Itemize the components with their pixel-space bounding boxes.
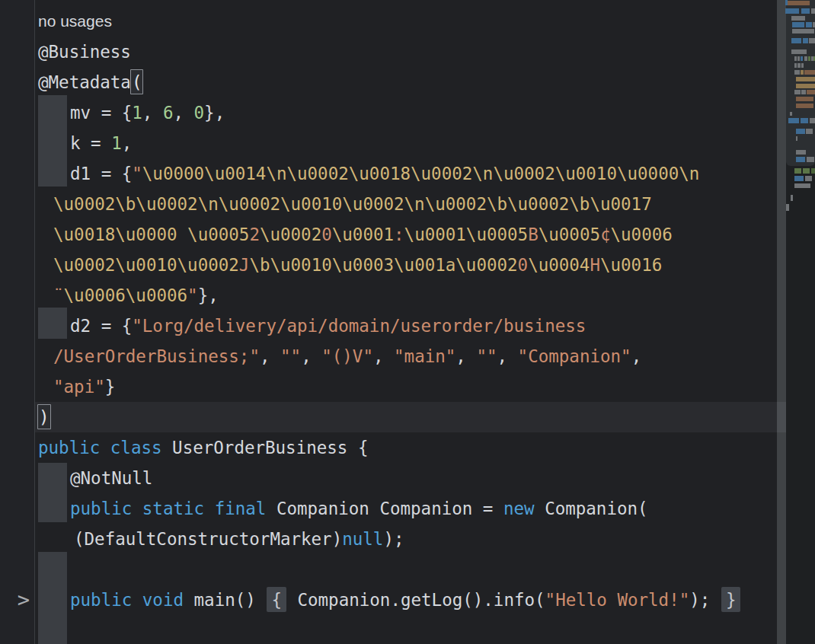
minimap-code-block <box>791 49 807 54</box>
code-line[interactable]: public void main() { Companion.getLog().… <box>35 585 786 615</box>
code-token: 2 <box>249 225 260 244</box>
code-token: ); <box>689 590 721 610</box>
code-line[interactable]: mv = {1, 6, 0}, <box>35 97 786 128</box>
minimap-code-block <box>807 90 815 94</box>
minimap-code-block <box>806 22 812 27</box>
code-token: \u0016 <box>600 255 662 275</box>
code-token: J <box>239 255 250 275</box>
fold-chevron-icon[interactable]: > <box>14 586 33 614</box>
code-token: , <box>373 346 394 366</box>
code-line[interactable]: @Business <box>35 37 786 67</box>
fold-placeholder[interactable]: } <box>721 587 741 612</box>
caret-line[interactable]: ) <box>35 402 786 432</box>
minimap-code-block <box>788 118 799 123</box>
code-line[interactable]: public class UserOrderBusiness { <box>35 432 786 463</box>
code-token: class <box>110 438 162 457</box>
code-token: final <box>215 499 267 518</box>
code-line[interactable]: \u0018\u0000 \u00052\u00020\u0001:\u0001… <box>35 219 786 250</box>
fold-placeholder[interactable]: { <box>267 587 286 612</box>
code-line[interactable]: \u0002\u0010\u0002J\b\u0010\u0003\u001a\… <box>35 250 786 280</box>
minimap-code-block <box>785 8 799 14</box>
minimap-code-block <box>808 56 810 61</box>
minimap-code-block <box>806 129 813 134</box>
code-token: : <box>394 225 404 244</box>
minimap[interactable] <box>786 0 815 644</box>
code-token: "Hello World!" <box>545 590 690 610</box>
minimap-code-block <box>811 168 815 174</box>
code-token: mv = { <box>70 103 132 123</box>
minimap-code-block <box>810 118 815 123</box>
code-editor[interactable]: no usages@Business@Metadata(mv = {1, 6, … <box>35 0 786 644</box>
code-token: 0 <box>321 225 332 244</box>
minimap-code-block <box>788 1 810 5</box>
code-token: ¨ <box>53 285 64 305</box>
code-token: \u0005 <box>187 225 249 244</box>
minimap-code-block <box>792 22 804 27</box>
editor-gutter: > <box>0 0 35 644</box>
code-token: /UserOrderBusiness;" <box>53 346 260 366</box>
code-token: \u0006 <box>611 225 673 244</box>
code-token: k = <box>70 133 111 153</box>
code-token: \u0000\u0014\n\u0002\u0018\u0002\n\u0002… <box>142 164 700 183</box>
code-line[interactable]: @NotNull <box>35 463 786 493</box>
code-token: , <box>122 133 133 153</box>
code-token: UserOrderBusiness { <box>162 438 369 457</box>
minimap-code-block <box>794 176 804 181</box>
minimap-code-block <box>797 56 800 61</box>
minimap-code-block <box>794 90 801 94</box>
code-line[interactable]: k = 1, <box>35 128 786 158</box>
code-token: 6 <box>163 103 174 123</box>
code-token: public <box>70 499 132 518</box>
minimap-code-block <box>794 168 801 174</box>
code-token: (DefaultConstructorMarker) <box>74 529 342 549</box>
code-line[interactable] <box>35 554 786 585</box>
code-token: , <box>631 346 642 366</box>
code-token: B <box>528 225 539 244</box>
code-token: Companion.getLog().info( <box>287 590 545 610</box>
code-token: \u0002\u0010\u0002 <box>53 255 239 275</box>
code-line[interactable]: d1 = {"\u0000\u0014\n\u0002\u0018\u0002\… <box>35 158 786 189</box>
code-token <box>177 225 188 244</box>
minimap-code-block <box>801 56 803 61</box>
code-token: ¢ <box>600 225 611 244</box>
minimap-code-block <box>811 8 815 14</box>
code-token: \u0004 <box>528 255 590 275</box>
code-line[interactable]: (DefaultConstructorMarker)null); <box>35 524 786 554</box>
code-token: "Companion" <box>518 346 631 366</box>
code-token: void <box>142 590 184 610</box>
minimap-code-block <box>796 84 815 88</box>
code-line[interactable]: ¨\u0006\u0006"}, <box>35 280 786 311</box>
code-line[interactable]: @Metadata( <box>35 67 786 97</box>
code-token: main() <box>184 590 266 610</box>
code-line[interactable]: public static final Companion Companion … <box>35 493 786 524</box>
code-token: 0 <box>194 103 205 123</box>
code-token: "main" <box>394 346 455 366</box>
minimap-code-block <box>805 176 812 181</box>
code-token: } <box>105 377 116 397</box>
code-token: , <box>173 103 193 123</box>
code-token: static <box>142 499 204 518</box>
code-token: }, <box>198 285 219 305</box>
minimap-code-block <box>804 56 807 61</box>
code-line[interactable]: /UserOrderBusiness;", "", "()V", "main",… <box>35 341 786 371</box>
minimap-code-block <box>801 8 810 14</box>
code-token: null <box>342 529 383 549</box>
code-token: \u0005 <box>539 225 600 244</box>
code-line[interactable]: "api"} <box>35 371 786 402</box>
usages-hint[interactable]: no usages <box>35 6 786 37</box>
code-token: , <box>142 103 163 123</box>
minimap-code-block <box>801 90 806 94</box>
code-line[interactable]: \u0002\b\u0002\n\u0002\u0010\u0002\n\u00… <box>35 189 786 219</box>
code-token: Companion( <box>535 499 648 518</box>
minimap-code-block <box>796 97 813 101</box>
minimap-code-block <box>809 38 815 43</box>
minimap-code-block <box>796 157 805 162</box>
minimap-code-block <box>804 70 815 75</box>
minimap-code-block <box>792 29 814 33</box>
scrollbar-track[interactable] <box>777 0 786 644</box>
scrollbar-caret-segment <box>777 402 786 432</box>
code-line[interactable]: d2 = {"Lorg/delivery/api/domain/userorde… <box>35 311 786 341</box>
code-token <box>132 590 142 610</box>
code-token <box>100 438 110 457</box>
code-token: ); <box>383 529 404 549</box>
